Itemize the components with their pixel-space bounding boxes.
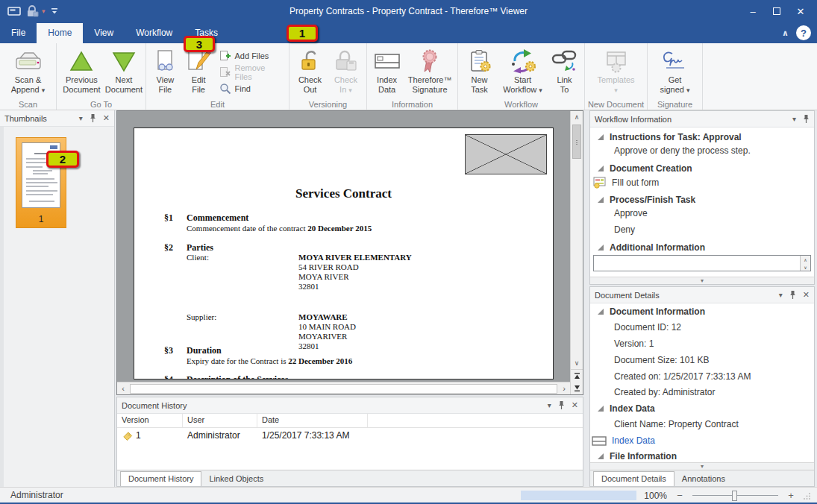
spinner-down-icon[interactable]: ∨ — [801, 263, 810, 271]
tab-file[interactable]: File — [0, 23, 37, 43]
index-card-icon[interactable] — [7, 6, 21, 16]
new-task-button[interactable]: NewTask — [463, 45, 496, 95]
pin-icon[interactable] — [789, 290, 796, 300]
panel-menu-icon[interactable]: ▾ — [548, 401, 551, 409]
section-file-information[interactable]: File Information — [590, 451, 814, 462]
ribbon-group-information: IndexData Therefore™Signature Informatio… — [367, 43, 458, 110]
panel-splitter[interactable]: ▾ — [590, 277, 814, 284]
column-version[interactable]: Version — [117, 414, 183, 427]
tab-view[interactable]: View — [83, 23, 125, 43]
additional-information-input[interactable] — [594, 256, 800, 271]
viewer-vertical-scrollbar[interactable]: ∧ ∨ — [570, 111, 583, 394]
client-name-field: Client Name: Property Contract — [590, 419, 814, 429]
section-document-creation[interactable]: Document Creation — [590, 163, 814, 174]
view-file-button[interactable]: ViewFile — [149, 45, 181, 95]
close-button[interactable]: ✕ — [789, 1, 813, 22]
therefore-signature-button[interactable]: Therefore™Signature — [405, 45, 454, 95]
scroll-up-icon[interactable]: ∧ — [571, 111, 583, 123]
index-data-link[interactable]: Index Data — [612, 435, 655, 446]
scroll-right-icon[interactable]: › — [558, 384, 570, 393]
tab-annotations[interactable]: Annotations — [674, 472, 733, 486]
close-icon[interactable]: ✕ — [103, 113, 110, 123]
check-out-button[interactable]: CheckOut — [293, 45, 328, 95]
next-page-button[interactable] — [571, 382, 583, 395]
placeholder-image — [465, 134, 547, 174]
next-document-button[interactable]: NextDocument — [105, 45, 143, 95]
maximize-button[interactable] — [765, 1, 789, 22]
templates-button[interactable]: Templates ▾ — [592, 45, 640, 95]
approve-action[interactable]: Approve — [590, 208, 814, 218]
tab-workflow[interactable]: Workflow — [125, 23, 184, 43]
tab-document-details[interactable]: Document Details — [593, 471, 674, 486]
history-row[interactable]: 1 Administrator 1/25/2017 7:33:13 AM — [117, 428, 583, 443]
tab-home[interactable]: Home — [37, 23, 83, 43]
section-3-heading: Duration — [187, 345, 222, 356]
zoom-slider-thumb[interactable] — [732, 491, 737, 501]
resize-grip-icon[interactable] — [804, 492, 811, 500]
index-data-link-row[interactable]: Index Data — [590, 435, 814, 446]
vertical-scroll-thumb[interactable] — [572, 125, 581, 159]
collapse-ribbon-icon[interactable]: ∧ — [782, 28, 789, 38]
scroll-left-icon[interactable]: ‹ — [117, 384, 129, 393]
find-button[interactable]: Find — [216, 81, 287, 97]
scan-append-button[interactable]: Scan & Append ▾ — [11, 45, 46, 95]
collapse-triangle-icon — [598, 309, 604, 315]
index-data-form-icon — [374, 47, 401, 75]
group-label-new-document: New Document — [585, 100, 647, 109]
edit-file-button[interactable]: EditFile — [183, 45, 215, 95]
section-process-finish[interactable]: Process/Finish Task — [590, 195, 814, 205]
section-1-heading: Commencement — [187, 212, 248, 224]
get-signed-button[interactable]: Get signed ▾ — [653, 45, 698, 95]
view-file-icon — [154, 47, 176, 75]
zoom-out-button[interactable]: − — [674, 490, 685, 501]
document-viewer[interactable]: Services Contract §1 Commencement Commen… — [116, 110, 583, 395]
section-index-data[interactable]: Index Data — [590, 403, 814, 414]
clipboard-task-icon — [468, 47, 492, 75]
panel-menu-icon[interactable]: ▾ — [79, 114, 83, 122]
dropdown-arrow-icon: ▾ — [348, 86, 352, 94]
panel-splitter[interactable]: ▾ — [590, 462, 814, 470]
remove-files-button[interactable]: Remove Files — [216, 64, 287, 81]
save-lock-icon[interactable]: ▾ — [25, 5, 46, 17]
tab-document-history[interactable]: Document History — [120, 471, 201, 486]
check-in-button[interactable]: Check In ▾ — [329, 45, 363, 95]
pin-icon[interactable] — [558, 400, 565, 410]
column-user[interactable]: User — [183, 414, 257, 427]
index-data-button[interactable]: IndexData — [370, 45, 404, 95]
column-date[interactable]: Date — [257, 414, 368, 427]
deny-action[interactable]: Deny — [590, 224, 814, 235]
viewer-horizontal-scrollbar[interactable]: ‹ › — [117, 382, 570, 394]
zoom-slider[interactable] — [692, 491, 778, 501]
previous-page-button[interactable] — [571, 370, 583, 382]
panel-menu-icon[interactable]: ▾ — [792, 115, 796, 123]
start-workflow-button[interactable]: Start Workflow ▾ — [498, 45, 548, 95]
tab-linked-objects[interactable]: Linked Objects — [201, 472, 271, 486]
callout-badge-1: 1 — [287, 25, 318, 42]
fill-out-form-item[interactable]: FIll out form — [590, 177, 814, 189]
previous-document-button[interactable]: PreviousDocument — [60, 45, 104, 95]
scroll-down-icon[interactable]: ∨ — [571, 357, 583, 369]
link-to-button[interactable]: LinkTo — [550, 45, 580, 95]
zoom-in-button[interactable]: + — [786, 490, 796, 501]
section-additional-info[interactable]: Additional Information — [590, 242, 814, 253]
spinner-up-icon[interactable]: ∧ — [801, 256, 810, 263]
panel-menu-icon[interactable]: ▾ — [779, 291, 783, 299]
minimize-button[interactable]: – — [741, 1, 765, 22]
close-icon[interactable]: ✕ — [572, 400, 578, 410]
help-button[interactable]: ? — [796, 25, 811, 40]
titlebar: ▾ Property Contracts - Property Contract… — [0, 0, 817, 22]
thumbnail-page-number: 1 — [16, 214, 66, 224]
close-icon[interactable]: ✕ — [803, 290, 810, 300]
customize-qat-icon[interactable] — [50, 7, 59, 16]
supplier-name: MOYAWARE — [298, 312, 348, 321]
up-triangle-icon — [69, 47, 94, 75]
section-document-information[interactable]: Document Information — [590, 306, 814, 317]
group-label-goto: Go To — [57, 100, 145, 109]
down-triangle-icon — [111, 47, 137, 75]
input-spinner: ∧ ∨ — [800, 256, 810, 271]
horizontal-scroll-thumb[interactable] — [130, 384, 557, 394]
pin-icon[interactable] — [90, 113, 96, 123]
add-files-button[interactable]: Add Files — [216, 48, 287, 64]
section-instructions[interactable]: Instructions for Task: Approval — [590, 132, 814, 142]
pin-icon[interactable] — [803, 114, 810, 124]
